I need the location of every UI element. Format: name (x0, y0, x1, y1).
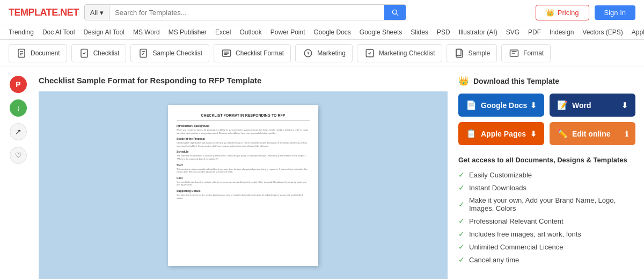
feature-item-6: ✓ Cancel any time (458, 255, 635, 264)
feature-label-5: Unlimited Commercial Licence (469, 243, 564, 251)
quick-links-bar: Document Checklist Sample Checklist Chec… (0, 40, 644, 67)
share-button[interactable]: ↗ (10, 123, 27, 140)
check-icon-4: ✓ (458, 230, 465, 238)
check-icon-0: ✓ (458, 170, 465, 179)
doc-supporting-text: You have the choice to do the section. A… (177, 194, 310, 199)
doc-cost-heading: Cost (177, 176, 310, 180)
doc-staff-text: This section is not necessarily included… (177, 168, 310, 174)
quick-link-sample-checklist[interactable]: Sample Checklist (130, 44, 209, 62)
search-category-dropdown[interactable]: All ▾ (85, 5, 109, 20)
chevron-down-icon: ▾ (100, 9, 104, 17)
word-download-button[interactable]: 📝 Word ⬇ (550, 94, 635, 117)
check-icon-3: ✓ (458, 217, 465, 225)
feature-item-4: ✓ Includes free images, art work, fonts (458, 230, 635, 238)
nav-apple-pages[interactable]: Apple Pages (632, 28, 644, 36)
quick-link-checklist-format[interactable]: Checklist Format (214, 44, 291, 62)
nav-powerpoint[interactable]: Power Point (270, 28, 305, 36)
quick-link-format[interactable]: Format (501, 44, 551, 62)
nav-slides[interactable]: Slides (411, 28, 428, 36)
feature-item-5: ✓ Unlimited Commercial Licence (458, 242, 635, 251)
page-title-section: Checklist Sample Format for Responding t… (39, 76, 448, 85)
doc-staff-heading: Staff (177, 163, 310, 167)
search-button[interactable] (384, 5, 406, 20)
feature-label-3: Professional Relevant Content (469, 217, 564, 225)
signin-button[interactable]: Sign In (595, 5, 635, 20)
nav-google-sheets[interactable]: Google Sheets (360, 28, 402, 36)
main-navigation: Trending Doc AI Tool Design AI Tool MS W… (0, 25, 644, 40)
nav-vectors[interactable]: Vectors (EPS) (582, 28, 623, 36)
search-input[interactable] (109, 5, 384, 20)
feature-label-4: Includes free images, art work, fonts (469, 230, 581, 238)
quick-link-marketing[interactable]: Marketing (295, 44, 353, 62)
access-title: Get access to all Documents, Designs & T… (458, 156, 635, 164)
nav-ms-publisher[interactable]: MS Publisher (169, 28, 207, 36)
logo-net: NET (60, 7, 79, 18)
doc-scope-text: Checking the organisation's proposal is … (177, 141, 310, 147)
quick-link-sample-checklist-label: Sample Checklist (152, 49, 202, 57)
nav-excel[interactable]: Excel (215, 28, 231, 36)
nav-illustrator[interactable]: Illustrator (AI) (459, 28, 497, 36)
preview-section: Checklist Sample Format for Responding t… (39, 76, 448, 279)
main-content: P ↓ ↗ ♡ Checklist Sample Format for Resp… (0, 67, 644, 279)
doc-supporting-heading: Supporting Details (177, 189, 310, 192)
quick-link-marketing-checklist-label: Marketing Checklist (379, 49, 435, 57)
nav-trending[interactable]: Trending (9, 28, 34, 36)
checklist-format-icon (221, 47, 232, 59)
sample-icon (453, 47, 465, 59)
header-actions: 👑 Pricing Sign In (536, 5, 635, 20)
download-social-button[interactable]: ↓ (10, 99, 27, 117)
doc-schedule-text: The schedule must answer to various ques… (177, 154, 310, 160)
favorite-button[interactable]: ♡ (10, 147, 27, 164)
logo[interactable]: TEMPLATE.NET (9, 7, 79, 18)
edit-online-button[interactable]: ✏️ Edit online ℹ (550, 122, 635, 145)
nav-design-ai[interactable]: Design AI Tool (83, 28, 125, 36)
doc-schedule-heading: Schedule (177, 150, 310, 153)
quick-link-sample[interactable]: Sample (447, 44, 497, 62)
google-docs-label-group: 📄 Google Docs (466, 100, 527, 110)
download-header-text: Download this Template (473, 77, 559, 85)
nav-psd[interactable]: PSD (437, 28, 450, 36)
nav-svg[interactable]: SVG (506, 28, 519, 36)
apple-pages-button-label: Apple Pages (481, 130, 526, 138)
feature-item-0: ✓ Easily Customizable (458, 170, 635, 179)
quick-link-checklist-label: Checklist (93, 49, 120, 57)
feature-label-1: Instant Downloads (469, 184, 526, 192)
right-panel: 👑 Download this Template 📄 Google Docs ⬇… (458, 76, 635, 279)
quick-link-marketing-label: Marketing (317, 49, 346, 57)
nav-ms-word[interactable]: MS Word (133, 28, 160, 36)
search-category-label: All (90, 9, 98, 17)
nav-google-docs[interactable]: Google Docs (313, 28, 350, 36)
quick-link-checklist-format-label: Checklist Format (236, 49, 284, 57)
google-docs-download-button[interactable]: 📄 Google Docs ⬇ (458, 94, 544, 117)
doc-preview-title: CHECKLIST FORMAT IN RESPONDING TO RFP (177, 113, 310, 117)
doc-intro-text: When you receive a request for proposal,… (177, 128, 310, 134)
quick-link-checklist[interactable]: Checklist (71, 44, 127, 62)
pinterest-button[interactable]: P (10, 76, 27, 93)
marketing-checklist-icon (364, 47, 376, 59)
nav-pdf[interactable]: PDF (528, 28, 541, 36)
pricing-button[interactable]: 👑 Pricing (536, 5, 589, 20)
nav-outlook[interactable]: Outlook (239, 28, 261, 36)
quick-link-document-label: Document (31, 49, 60, 57)
edit-online-label-group: ✏️ Edit online (557, 128, 611, 139)
google-docs-icon: 📄 (466, 100, 477, 110)
quick-link-marketing-checklist[interactable]: Marketing Checklist (357, 44, 442, 62)
logo-template: TEMPLATE (9, 7, 58, 18)
check-icon-6: ✓ (458, 255, 465, 264)
feature-label-2: Make it your own, Add your Brand Name, L… (469, 196, 635, 212)
template-preview: CHECKLIST FORMAT IN RESPONDING TO RFP In… (39, 91, 448, 279)
apple-pages-download-button[interactable]: 📋 Apple Pages ⬇ (458, 122, 544, 145)
social-sidebar: P ↓ ↗ ♡ (9, 76, 28, 279)
nav-indesign[interactable]: Indesign (550, 28, 574, 36)
search-icon (391, 8, 399, 17)
quick-link-document[interactable]: Document (9, 44, 67, 62)
doc-intro-heading: Introduction/ Background (177, 124, 310, 127)
check-icon-5: ✓ (458, 242, 465, 251)
doc-preview-inner: CHECKLIST FORMAT IN RESPONDING TO RFP In… (168, 105, 318, 266)
doc-scope-heading: Scope of the Proposal (177, 137, 310, 140)
check-icon-2: ✓ (458, 200, 465, 209)
check-icon-1: ✓ (458, 183, 465, 192)
svg-rect-13 (456, 49, 461, 56)
nav-doc-ai[interactable]: Doc AI Tool (42, 28, 75, 36)
access-section: Get access to all Documents, Designs & T… (458, 156, 635, 264)
